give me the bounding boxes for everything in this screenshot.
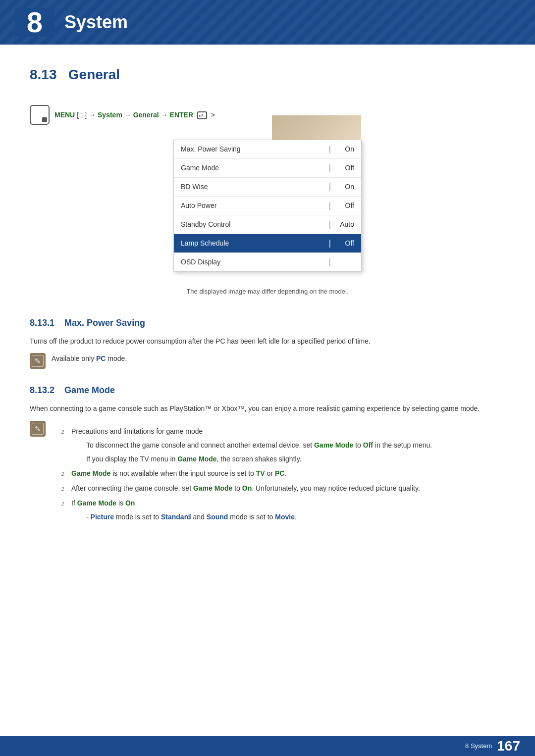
image-caption: The displayed image may differ depending…: [30, 287, 505, 297]
arrow1: →: [124, 111, 133, 119]
subsection-title-8132: Game Mode: [64, 385, 115, 395]
chapter-title: System: [64, 9, 128, 36]
subsection-number-8132: 8.13.2: [30, 385, 54, 395]
standard-keyword: Standard: [161, 513, 191, 521]
menu-keyword: MENU: [54, 111, 75, 119]
enter-icon: [197, 111, 207, 119]
menu-item-value: Off: [334, 238, 354, 249]
subsection-8132: 8.13.2 Game Mode When connecting to a ga…: [30, 384, 505, 528]
on-keyword-1: On: [242, 484, 252, 492]
subsection-8131: 8.13.1 Max. Power Saving Turns off the p…: [30, 316, 505, 369]
sound-keyword: Sound: [207, 513, 228, 521]
chapter-number: 8: [15, 8, 54, 37]
game-mode-keyword-4: Game Mode: [193, 484, 232, 492]
note-text-8131: Available only PC mode.: [52, 353, 127, 364]
subsection-heading-8131: 8.13.1 Max. Power Saving: [30, 316, 505, 330]
page-number: 167: [497, 736, 520, 756]
pc-keyword: PC: [96, 354, 106, 362]
menu-panel-header: [272, 115, 361, 140]
arrow3: >: [211, 111, 215, 119]
menu-icon: [30, 105, 50, 125]
note-icon-8132: [30, 421, 46, 437]
picture-keyword: Picture: [91, 513, 114, 521]
note-icon-8131: [30, 353, 46, 369]
menu-item-divider: [329, 221, 330, 229]
chapter-header: 8 System: [0, 0, 535, 45]
game-mode-keyword-5: Game Mode: [77, 499, 116, 507]
menu-item-divider: [329, 183, 330, 191]
menu-item-bd-wise[interactable]: BD Wise On: [174, 178, 361, 197]
on-keyword-2: On: [125, 499, 135, 507]
sub-bullet-dash-text: - Picture mode is set to Standard and So…: [86, 511, 505, 523]
subsection-title-8131: Max. Power Saving: [64, 318, 145, 328]
section-number: 8.13: [30, 67, 57, 82]
sub-bullet-dash: - Picture mode is set to Standard and So…: [71, 511, 505, 523]
game-mode-keyword-3: Game Mode: [71, 469, 110, 477]
game-mode-bullet-list: Precautions and limitations for game mod…: [61, 426, 505, 523]
menu-item-label: BD Wise: [181, 182, 325, 192]
menu-item-divider: [329, 146, 330, 153]
sub-bullet-1: To disconnect the game console and conne…: [86, 440, 505, 452]
menu-item-label: Max. Power Saving: [181, 144, 325, 154]
note-box-8131: Available only PC mode.: [30, 353, 505, 369]
menu-panel: Max. Power Saving On Game Mode Off BD Wi…: [173, 140, 362, 272]
menu-item-divider: [329, 202, 330, 210]
main-content: 8.13 General MENU [□ ] → System → Genera…: [0, 45, 535, 573]
pc-keyword-2: PC: [275, 469, 284, 477]
game-mode-keyword-2: Game Mode: [177, 455, 216, 463]
menu-item-label: Lamp Schedule: [181, 238, 325, 249]
menu-item-value: Auto: [334, 219, 354, 230]
general-keyword: General: [133, 111, 159, 119]
footer-section-label: 8 System: [465, 741, 492, 751]
menu-panel-container: Max. Power Saving On Game Mode Off BD Wi…: [30, 140, 505, 272]
menu-item-divider: [329, 164, 330, 172]
sub-bullet-2: If you display the TV menu in Game Mode,…: [86, 454, 505, 465]
subsection-number-8131: 8.13.1: [30, 318, 54, 328]
menu-item-divider: [329, 258, 330, 266]
menu-item-label: OSD Display: [181, 257, 325, 267]
game-mode-notes: Precautions and limitations for game mod…: [52, 421, 505, 528]
section-title: General: [68, 67, 120, 82]
menu-item-max-power-saving[interactable]: Max. Power Saving On: [174, 140, 361, 159]
off-keyword-1: Off: [363, 441, 373, 449]
menu-bracket-open: [□ ] →: [77, 111, 98, 119]
game-mode-keyword-1: Game Mode: [314, 441, 353, 449]
menu-path-text: MENU [□ ] → System → General → ENTER >: [54, 110, 215, 120]
arrow2: →: [161, 111, 170, 119]
menu-item-value: Off: [334, 201, 354, 211]
bullet-after-connecting: After connecting the game console, set G…: [61, 483, 505, 495]
menu-item-value: On: [334, 182, 354, 192]
subsection-text-8132: When connecting to a game console such a…: [30, 403, 505, 415]
menu-item-auto-power[interactable]: Auto Power Off: [174, 197, 361, 215]
sub-bullet-container: To disconnect the game console and conne…: [71, 440, 505, 465]
menu-item-label: Game Mode: [181, 163, 325, 173]
bullet-if-game-mode: If Game Mode is On - Picture mode is set…: [61, 498, 505, 523]
menu-item-lamp-schedule[interactable]: Lamp Schedule Off: [174, 234, 361, 253]
menu-path: MENU [□ ] → System → General → ENTER >: [30, 105, 505, 125]
system-keyword: System: [98, 111, 122, 119]
menu-item-label: Auto Power: [181, 201, 325, 211]
menu-item-standby-control[interactable]: Standby Control Auto: [174, 215, 361, 234]
movie-keyword: Movie: [275, 513, 295, 521]
menu-item-divider: [329, 240, 330, 248]
note-box-8132: Precautions and limitations for game mod…: [30, 421, 505, 528]
subsection-heading-8132: 8.13.2 Game Mode: [30, 384, 505, 397]
menu-item-game-mode[interactable]: Game Mode Off: [174, 159, 361, 178]
menu-item-value: On: [334, 144, 354, 154]
page-footer: 8 System 167: [0, 736, 535, 756]
enter-keyword: ENTER: [170, 111, 193, 119]
section-heading: 8.13 General: [30, 64, 505, 90]
subsection-text-8131: Turns off the product to reduce power co…: [30, 336, 505, 348]
menu-item-value: Off: [334, 163, 354, 173]
menu-item-label: Standby Control: [181, 219, 325, 230]
tv-keyword: TV: [256, 469, 265, 477]
bullet-not-available: Game Mode is not available when the inpu…: [61, 468, 505, 480]
bullet-precautions: Precautions and limitations for game mod…: [61, 426, 505, 465]
menu-item-osd-display[interactable]: OSD Display: [174, 253, 361, 271]
